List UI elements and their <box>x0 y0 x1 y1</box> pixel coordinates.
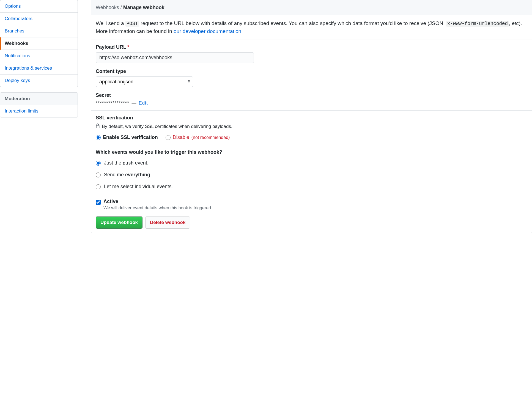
ssl-disable-label: Disable <box>173 135 189 140</box>
event-everything-option[interactable]: Send me everything. <box>96 172 527 178</box>
ssl-enable-option[interactable]: Enable SSL verification <box>96 135 158 140</box>
intro-part3: , <box>509 20 512 26</box>
event-individual-label: Let me select individual events. <box>104 184 173 190</box>
ssl-note-text: By default, we verify SSL certificates w… <box>102 124 232 129</box>
event-push-option[interactable]: Just the push event. <box>96 160 527 166</box>
ssl-disable-radio[interactable] <box>166 135 171 140</box>
push-code: push <box>123 161 134 166</box>
ssl-note: By default, we verify SSL certificates w… <box>96 124 527 130</box>
sidebar-item-deploy-keys[interactable]: Deploy keys <box>0 75 78 87</box>
sidebar-item-options[interactable]: Options <box>0 0 78 13</box>
sidebar-item-webhooks[interactable]: Webhooks <box>0 37 78 50</box>
breadcrumb: Webhooks / <box>96 5 123 10</box>
post-code: POST <box>125 21 139 27</box>
ssl-section: SSL verification By default, we verify S… <box>91 111 532 145</box>
lock-icon <box>96 124 100 130</box>
events-list: Just the push event. Send me everything.… <box>96 160 527 190</box>
ssl-radio-row: Enable SSL verification Disable (not rec… <box>96 135 527 140</box>
sidebar-item-collaborators[interactable]: Collaborators <box>0 13 78 25</box>
button-row: Update webhook Delete webhook <box>96 217 527 229</box>
box-header: Webhooks / Manage webhook <box>91 0 532 15</box>
event-individual-radio[interactable] <box>96 184 101 189</box>
event-everything-label: Send me everything. <box>104 172 152 178</box>
update-webhook-button[interactable]: Update webhook <box>96 217 142 229</box>
payload-url-label: Payload URL* <box>96 44 527 50</box>
moderation-menu: Moderation Interaction limits <box>0 92 78 117</box>
webhook-box: Webhooks / Manage webhook We'll send a P… <box>91 0 532 233</box>
ssl-heading: SSL verification <box>96 115 527 121</box>
active-desc: We will deliver event details when this … <box>103 206 212 210</box>
intro-part1: We'll send a <box>96 20 125 26</box>
intro-text: We'll send a POST request to the URL bel… <box>96 20 527 35</box>
payload-url-input[interactable] <box>96 52 254 63</box>
required-asterisk: * <box>127 44 129 50</box>
event-push-radio[interactable] <box>96 161 101 166</box>
settings-sidebar: Options Collaborators Branches Webhooks … <box>0 0 78 233</box>
page-title: Manage webhook <box>123 5 164 10</box>
sidebar-item-integrations-services[interactable]: Integrations & services <box>0 62 78 75</box>
urlencoded-code: x-www-form-urlencoded <box>446 21 509 27</box>
developer-docs-link[interactable]: our developer documentation <box>174 28 241 34</box>
active-row: Active We will deliver event details whe… <box>96 199 527 210</box>
content-type-label: Content type <box>96 69 527 74</box>
sidebar-heading-moderation: Moderation <box>0 93 78 105</box>
sidebar-item-interaction-limits[interactable]: Interaction limits <box>0 105 78 117</box>
intro-part2: request to the URL below with details of… <box>139 20 446 26</box>
settings-menu: Options Collaborators Branches Webhooks … <box>0 0 78 87</box>
secret-group: Secret **************** — Edit <box>96 92 527 106</box>
main-panel: Webhooks / Manage webhook We'll send a P… <box>91 0 532 233</box>
intro-part5: . <box>241 28 243 34</box>
content-type-select[interactable]: application/json <box>96 76 193 87</box>
intro-etc: etc <box>512 20 519 26</box>
event-everything-radio[interactable] <box>96 172 101 177</box>
active-label: Active <box>103 199 212 204</box>
active-text: Active We will deliver event details whe… <box>103 199 212 210</box>
events-heading: Which events would you like to trigger t… <box>96 149 527 155</box>
secret-row: **************** — Edit <box>96 100 527 106</box>
secret-masked: **************** <box>96 100 129 106</box>
intro-section: We'll send a POST request to the URL bel… <box>91 15 532 40</box>
active-checkbox[interactable] <box>96 200 101 205</box>
delete-webhook-button[interactable]: Delete webhook <box>145 217 190 229</box>
ssl-disable-note: (not recommended) <box>191 135 230 140</box>
edit-secret-link[interactable]: Edit <box>139 100 148 106</box>
secret-label: Secret <box>96 92 527 98</box>
payload-url-group: Payload URL* <box>96 44 527 63</box>
event-individual-option[interactable]: Let me select individual events. <box>96 184 527 190</box>
secret-dash: — <box>130 100 138 106</box>
content-type-group: Content type application/json <box>96 69 527 87</box>
ssl-disable-option[interactable]: Disable (not recommended) <box>166 135 230 140</box>
sidebar-item-branches[interactable]: Branches <box>0 25 78 37</box>
sidebar-item-notifications[interactable]: Notifications <box>0 50 78 62</box>
form-section: Payload URL* Content type application/js… <box>91 40 532 111</box>
event-push-label: Just the push event. <box>104 160 149 166</box>
active-section: Active We will deliver event details whe… <box>91 194 532 233</box>
events-section: Which events would you like to trigger t… <box>91 145 532 194</box>
ssl-enable-radio[interactable] <box>96 135 101 140</box>
content-type-select-wrap: application/json <box>96 76 193 87</box>
ssl-enable-label: Enable SSL verification <box>103 135 158 140</box>
